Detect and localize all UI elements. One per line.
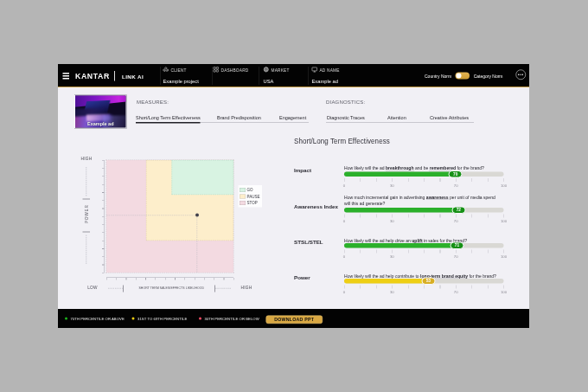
x-axis-tick xyxy=(175,278,176,280)
ruler-label: 30 xyxy=(390,254,394,259)
ruler-label: 100 xyxy=(501,183,507,188)
ruler-tick xyxy=(456,250,457,254)
tab-engagement[interactable]: Engagement xyxy=(279,115,306,120)
ruler-tick xyxy=(344,286,345,289)
ruler-tick xyxy=(392,286,393,289)
percentile-dot xyxy=(132,318,135,320)
main-content: Example ad MEASURES: Short/Long Term Eff… xyxy=(58,88,529,309)
ruler-tick xyxy=(424,250,425,254)
ruler-tick xyxy=(392,250,393,254)
x-axis-title: SHORT TERM SALES/EFFECTS LIKELIHOOD xyxy=(139,286,203,290)
header-section-divider xyxy=(259,67,259,85)
x-axis-dash-right xyxy=(215,288,231,289)
header-section-divider xyxy=(160,67,161,85)
ruler-tick xyxy=(488,178,489,182)
tab-attention[interactable]: Attention xyxy=(387,115,406,120)
ruler-tick xyxy=(392,178,393,182)
top-navigation-bar: KANTAR LINK AI CLIENTExample projectDASH… xyxy=(58,64,529,87)
tab-short-long-term-effectiveness[interactable]: Short/Long Term Effectiveness xyxy=(136,115,201,120)
product-name: LINK AI xyxy=(122,74,144,80)
metric-ruler: 03070100 xyxy=(344,250,504,260)
ruler-tick xyxy=(392,215,393,218)
header-section-value: Example project xyxy=(163,79,199,84)
percentile-label: 31ST TO 69TH PERCENTILE xyxy=(137,317,187,321)
x-axis-tick xyxy=(214,278,214,280)
ruler-tick xyxy=(408,178,409,182)
header-section-label: CLIENT xyxy=(171,68,187,74)
x-axis-tick-left xyxy=(123,286,124,292)
ruler-label: 100 xyxy=(501,290,507,294)
metric-bar-fill xyxy=(344,208,465,213)
y-axis-tick-top xyxy=(83,199,91,200)
tab-diagnostic-traces[interactable]: Diagnostic Traces xyxy=(327,115,365,120)
x-low-label: LOW xyxy=(83,285,102,290)
data-point[interactable] xyxy=(195,214,199,217)
kantar-logo: KANTAR xyxy=(75,72,110,81)
power-axis-label: POWER xyxy=(84,201,89,227)
diagnostics-label: DIAGNOSTICS: xyxy=(326,99,365,105)
metric-value-pill: 72 xyxy=(451,207,465,215)
y-axis-tick xyxy=(102,273,105,273)
ruler-tick xyxy=(440,215,441,218)
metric-bar-track: 70 xyxy=(344,172,504,177)
x-axis-tick xyxy=(165,278,166,280)
metric-bar-track: 72 xyxy=(344,208,504,213)
metric-bar-fill xyxy=(344,243,463,248)
ruler-tick xyxy=(504,250,505,254)
y-axis-tick xyxy=(102,265,105,266)
tab-brand-predisposition[interactable]: Brand Predisposition xyxy=(217,115,261,120)
market-icon xyxy=(263,67,270,74)
go-zone xyxy=(172,160,234,195)
ruler-tick xyxy=(440,286,441,289)
metric-value-pill: 70 xyxy=(449,170,463,178)
y-axis-tick xyxy=(102,192,105,193)
header-section-value: Example ad xyxy=(312,79,338,84)
tab-creative-attributes[interactable]: Creative Attributes xyxy=(430,115,469,120)
ad-video-thumbnail[interactable]: Example ad xyxy=(74,95,127,129)
header-section-label: MARKET xyxy=(272,68,290,74)
ruler-tick xyxy=(376,178,377,182)
ruler-tick xyxy=(344,250,345,254)
measures-label: MEASURES: xyxy=(137,99,169,105)
x-axis-tick xyxy=(116,278,117,280)
legend-item-pause: PAUSE xyxy=(240,193,259,200)
more-options-button[interactable] xyxy=(516,70,527,80)
x-axis-tick xyxy=(126,278,127,280)
norm-toggle[interactable] xyxy=(456,73,470,80)
crosshair-horizontal xyxy=(106,215,197,215)
x-high-label: HIGH xyxy=(237,285,256,290)
quadrant-y-axis xyxy=(105,160,105,273)
ruler-tick xyxy=(360,250,361,254)
y-axis-tick xyxy=(102,160,105,161)
norm-toggle-group: Country Norm Category Norm xyxy=(425,64,503,87)
legend-swatch xyxy=(240,201,246,205)
ruler-tick xyxy=(376,250,377,254)
ruler-tick xyxy=(408,286,409,289)
header-section-value: USA xyxy=(264,79,274,84)
ruler-tick xyxy=(408,215,409,218)
dashboard-icon xyxy=(213,67,220,74)
download-ppt-button[interactable]: DOWNLOAD PPT xyxy=(266,316,323,325)
percentile-dot xyxy=(199,318,201,320)
ruler-tick xyxy=(360,215,361,218)
y-axis-tick xyxy=(102,209,105,209)
y-high-label: HIGH xyxy=(77,157,96,162)
ruler-tick xyxy=(488,250,489,254)
y-axis-tick xyxy=(102,216,105,217)
menu-icon[interactable] xyxy=(63,73,70,80)
x-axis-tick xyxy=(233,278,234,280)
y-axis-tick xyxy=(102,168,105,169)
ruler-tick xyxy=(472,250,473,254)
legend-label: STOP xyxy=(247,201,258,205)
legend-swatch xyxy=(240,188,246,192)
ruler-tick xyxy=(424,286,425,289)
ad-name-icon xyxy=(311,67,318,74)
ruler-tick xyxy=(440,250,441,254)
ruler-tick xyxy=(504,215,505,218)
panel-title: Short/Long Term Effectiveness xyxy=(294,136,390,145)
y-axis-tick xyxy=(102,224,105,225)
metric-ruler: 03070100 xyxy=(344,215,504,224)
metric-ruler: 03070100 xyxy=(344,178,504,188)
metric-value-pill: 53 xyxy=(421,278,435,286)
y-axis-tick xyxy=(102,241,105,241)
